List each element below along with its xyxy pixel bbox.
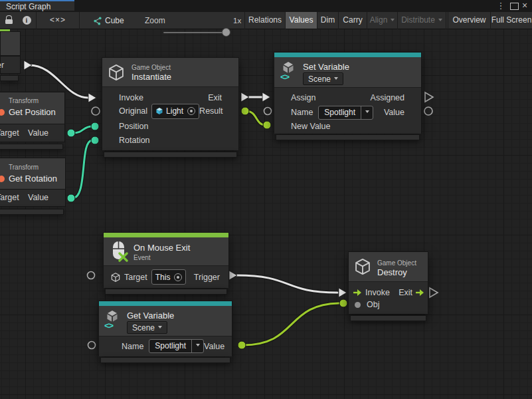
- close-icon[interactable]: ×: [520, 0, 529, 12]
- port-label-exit: Exit: [208, 93, 222, 102]
- node-header: [0, 31, 21, 56]
- node-set-variable[interactable]: <> Set Variable Scene Assign Assigned Na…: [274, 52, 422, 142]
- node-get-position[interactable]: Transform Get Position Target Value: [0, 92, 65, 152]
- port-label-name: Name: [291, 108, 313, 117]
- scope-value: Scene: [132, 323, 155, 332]
- port-label-trigger: Trigger: [0, 61, 4, 70]
- node-category: Transform: [9, 97, 39, 104]
- object-field-value: This: [155, 273, 171, 282]
- full-screen-button[interactable]: Full Screen: [491, 12, 532, 29]
- control-arrow-icon: [415, 289, 424, 297]
- port-label-exit: Exit: [399, 288, 412, 297]
- port-label-target: Target: [0, 128, 19, 138]
- object-picker-icon[interactable]: [174, 273, 182, 281]
- variable-name-value: Spotlight: [149, 340, 191, 352]
- chevron-down-icon: [334, 77, 338, 82]
- node-partial-event[interactable]: Trigger: [0, 29, 21, 82]
- object-picker-icon[interactable]: [187, 107, 195, 115]
- variable-scope-dropdown[interactable]: Scene: [303, 72, 343, 85]
- node-get-rotation[interactable]: Transform Get Rotation Target Value: [0, 158, 66, 217]
- info-button[interactable]: i: [17, 12, 36, 29]
- obj-port-icon: [355, 302, 361, 308]
- script-graph-icon: [92, 16, 102, 26]
- node-title: Get Position: [9, 107, 56, 117]
- node-get-variable[interactable]: <> Get Variable Scene Name Spotlight Val…: [98, 301, 232, 364]
- node-title: Get Variable: [127, 311, 174, 321]
- align-label: Align: [370, 15, 388, 25]
- port-label-target: Target: [0, 193, 19, 202]
- port-label-new-value: New Value: [291, 122, 331, 131]
- game-object-cube-icon: [353, 257, 372, 276]
- game-object-cube-icon: [110, 272, 121, 283]
- variable-strip: [274, 53, 421, 57]
- unity-visual-scripting-window: Trigger Transform Get Position Target Va…: [0, 0, 532, 399]
- transform-icon: [0, 176, 5, 182]
- event-strip: [104, 233, 228, 237]
- variable-name-dropdown[interactable]: Spotlight: [149, 339, 204, 353]
- port-label-result: Result: [199, 106, 222, 116]
- window-menu-icon[interactable]: ⋮: [496, 0, 505, 12]
- port-label-position: Position: [119, 122, 148, 131]
- port-label-value: Value: [204, 342, 224, 351]
- node-instantiate[interactable]: Game Object Instantiate Invoke Exit Orig…: [102, 57, 239, 158]
- chevron-down-icon: [158, 326, 162, 331]
- port-label-value: Value: [28, 193, 48, 202]
- prefab-icon: [155, 107, 163, 115]
- zoom-slider-handle[interactable]: [222, 28, 230, 37]
- zoom-slider-track[interactable]: [163, 32, 224, 33]
- port-label-invoke: Invoke: [119, 93, 143, 102]
- node-on-mouse-exit[interactable]: On Mouse Exit Event Target This Trigger: [103, 232, 229, 296]
- port-label-target: Target: [124, 273, 147, 282]
- node-category: Game Object: [377, 259, 416, 267]
- graph-asset-name: Cube: [105, 16, 124, 25]
- node-footer: [0, 209, 64, 215]
- node-title: On Mouse Exit: [133, 243, 190, 253]
- chevron-down-icon: [391, 19, 395, 23]
- mouse-exit-icon: [110, 240, 128, 264]
- overview-button[interactable]: Overview: [448, 12, 490, 29]
- game-object-cube-icon: [107, 63, 126, 82]
- variable-name-value: Spotlight: [319, 106, 361, 119]
- target-object-field[interactable]: This: [151, 269, 187, 285]
- control-arrow-icon: [353, 289, 362, 297]
- title-bar: Script Graph ⋮ ×: [0, 0, 532, 12]
- lock-button[interactable]: [0, 12, 17, 29]
- original-object-field[interactable]: Light: [151, 104, 199, 119]
- port-label-name: Name: [122, 342, 143, 351]
- chevron-down-icon: [191, 340, 203, 352]
- graph-canvas[interactable]: [0, 29, 532, 399]
- transform-icon: [0, 109, 5, 116]
- code-preview-button[interactable]: <×>: [37, 12, 79, 29]
- maximize-icon[interactable]: [510, 3, 519, 10]
- port-label-assign: Assign: [291, 93, 316, 102]
- node-footer: [350, 315, 426, 321]
- distribute-label: Distribute: [401, 15, 435, 25]
- node-footer: [0, 75, 19, 81]
- chevron-down-icon: [361, 106, 373, 119]
- node-title: Get Rotation: [9, 174, 57, 184]
- zoom-value: 1x: [233, 17, 241, 25]
- distribute-dropdown[interactable]: Distribute: [398, 12, 446, 29]
- node-title: Set Variable: [303, 62, 349, 72]
- variable-scope-dropdown[interactable]: Scene: [127, 321, 167, 334]
- carry-toggle[interactable]: Carry: [339, 12, 367, 29]
- chevron-down-icon: [438, 19, 442, 23]
- variables-icon: <>: [280, 72, 289, 82]
- align-dropdown[interactable]: Align: [367, 12, 397, 29]
- node-footer: [276, 134, 420, 140]
- tab-script-graph[interactable]: Script Graph: [0, 0, 74, 11]
- port-label-trigger: Trigger: [194, 273, 220, 282]
- relations-toggle[interactable]: Relations: [245, 12, 285, 29]
- info-icon: i: [23, 16, 31, 25]
- values-toggle[interactable]: Values: [286, 12, 317, 29]
- port-label-original: Original: [119, 106, 147, 116]
- variable-name-dropdown[interactable]: Spotlight: [318, 106, 373, 120]
- variables-icon: <>: [104, 321, 113, 331]
- node-category: Event: [133, 254, 151, 261]
- node-destroy[interactable]: Game Object Destroy Invoke Exit: [348, 251, 428, 323]
- node-title: Instantiate: [132, 72, 171, 82]
- port-label-invoke: Invoke: [365, 288, 390, 297]
- port-label-value: Value: [28, 128, 48, 138]
- dim-toggle[interactable]: Dim: [317, 12, 338, 29]
- node-category: Transform: [9, 164, 39, 171]
